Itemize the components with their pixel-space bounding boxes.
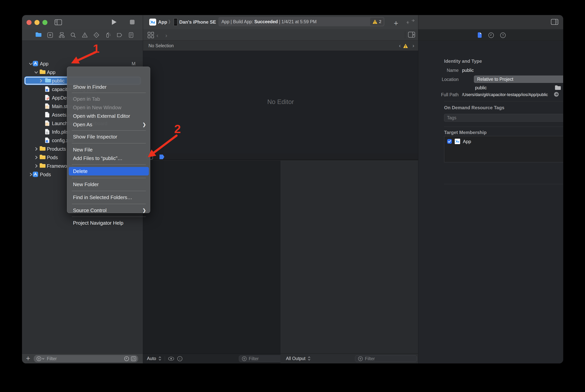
issue-prev-chevron-icon[interactable]: ‹: [399, 42, 401, 49]
forward-chevron-icon[interactable]: ›: [165, 32, 167, 39]
console-view[interactable]: [280, 160, 418, 354]
run-button[interactable]: [111, 19, 117, 25]
activity-status[interactable]: App | Build App: Succeeded | 1/4/21 at 5…: [218, 17, 384, 26]
library-plus-icon[interactable]: +: [394, 19, 398, 28]
disclosure-right-icon[interactable]: [39, 79, 43, 83]
file-icon: [45, 95, 51, 101]
editor-inspector-divider[interactable]: [418, 15, 418, 363]
location-popup[interactable]: Relative to Project: [474, 76, 563, 83]
stop-button[interactable]: [130, 20, 135, 24]
menu-item-source-control[interactable]: Source Control❯: [67, 206, 150, 214]
target-checkbox[interactable]: [447, 139, 452, 144]
location-value: Relative to Project: [477, 77, 513, 82]
disclosure-down-icon[interactable]: [29, 62, 33, 66]
target-membership-list[interactable]: App: [444, 136, 563, 162]
jump-bar-text[interactable]: No Selection: [148, 43, 174, 48]
console-bottom-bar: All Output Filter: [280, 354, 418, 363]
menu-item-add-files-to-public[interactable]: Add Files to “public”…: [67, 154, 150, 162]
choose-folder-icon[interactable]: [555, 85, 561, 90]
find-navigator-icon[interactable]: [70, 32, 76, 38]
menu-item-new-file[interactable]: New File: [67, 146, 150, 154]
menu-item-delete[interactable]: Delete: [69, 167, 149, 176]
svg-text:J: J: [46, 89, 47, 92]
xcode-window: App 〉 Dan's iPhone SE App | Build App: S…: [22, 15, 563, 363]
folder-icon: [39, 163, 46, 169]
breakpoints-toggle-icon[interactable]: [159, 154, 165, 160]
disclosure-right-icon[interactable]: [29, 172, 33, 177]
source-control-navigator-icon[interactable]: [47, 32, 53, 38]
menu-item-open-as[interactable]: Open As❯: [67, 120, 150, 129]
file-name: public: [52, 78, 64, 84]
add-item-plus-icon[interactable]: +: [26, 354, 30, 362]
scm-filter-icon[interactable]: [131, 356, 136, 362]
report-navigator-icon[interactable]: [128, 32, 134, 38]
variables-view[interactable]: [143, 160, 280, 354]
disclosure-right-icon[interactable]: [34, 155, 38, 160]
disclosure-down-icon[interactable]: [34, 70, 38, 74]
target-name: App: [463, 139, 471, 144]
editor-jump-bar: No Selection ‹ ›: [143, 41, 418, 51]
related-items-icon[interactable]: [147, 32, 154, 38]
file-icon: [45, 129, 51, 135]
variables-scope-popup[interactable]: Auto: [147, 356, 161, 361]
name-value[interactable]: public: [462, 68, 474, 73]
menu-item-show-in-finder[interactable]: Show in Finder: [67, 83, 150, 91]
disclosure-right-icon[interactable]: [34, 164, 38, 168]
breakpoint-navigator-icon[interactable]: [116, 32, 122, 38]
info-icon[interactable]: i: [177, 356, 182, 362]
menu-item-find-in-selected-folders[interactable]: Find in Selected Folders…: [67, 193, 150, 202]
file-icon: J: [45, 86, 51, 92]
navigator-filter-field[interactable]: Filter: [34, 355, 138, 362]
issue-navigator-icon[interactable]: [82, 32, 88, 38]
file-inspector-tab-icon[interactable]: [477, 32, 482, 38]
odr-tags-field[interactable]: Tags: [444, 114, 563, 122]
goto-path-arrow-icon[interactable]: [554, 92, 559, 97]
annotation-step-1: 1: [93, 42, 99, 56]
identity-header: Identity and Type: [444, 58, 482, 64]
help-inspector-tab-icon[interactable]: ?: [500, 32, 506, 38]
history-inspector-tab-icon[interactable]: [488, 32, 494, 38]
svg-text:i: i: [179, 357, 180, 360]
console-scope-popup[interactable]: All Output: [286, 356, 311, 361]
menu-item-open-in-tab: Open in Tab: [67, 95, 150, 103]
file-icon: [45, 103, 51, 110]
debug-navigator-icon[interactable]: [105, 32, 111, 38]
jumpbar-warning-icon[interactable]: [403, 44, 408, 48]
recent-files-clock-icon[interactable]: [124, 356, 129, 362]
warning-count: 2: [379, 19, 381, 24]
menu-item-open-with-external-editor[interactable]: Open with External Editor: [67, 112, 150, 120]
menu-item-new-folder[interactable]: New Folder: [67, 180, 150, 189]
issue-next-chevron-icon[interactable]: ›: [413, 42, 414, 49]
name-label: Name: [432, 68, 459, 73]
view-mode-eye-icon[interactable]: [168, 356, 174, 361]
back-chevron-icon[interactable]: ‹: [156, 32, 158, 39]
disclosure-right-icon[interactable]: [34, 147, 38, 151]
odr-tags-placeholder: Tags: [447, 115, 457, 120]
submenu-chevron-icon: ❯: [142, 208, 146, 213]
project-icon: [32, 172, 39, 178]
scheme-app-icon[interactable]: [149, 18, 156, 26]
device-name[interactable]: Dan's iPhone SE: [179, 20, 216, 24]
menu-item-project-navigator-help[interactable]: Project Navigator Help: [67, 219, 150, 227]
add-editor-icon[interactable]: [408, 32, 415, 38]
editor-swap-icon: [406, 19, 415, 25]
file-name: Products: [47, 146, 66, 152]
test-navigator-icon[interactable]: [93, 32, 99, 38]
file-inspector-panel: Identity and Type Name public Location R…: [418, 41, 563, 363]
inspector-toggle-icon[interactable]: [551, 19, 558, 25]
menu-item-show-file-inspector[interactable]: Show File Inspector: [67, 132, 150, 141]
menu-separator: [72, 216, 146, 217]
project-navigator-icon[interactable]: [35, 32, 42, 37]
scheme-name[interactable]: App: [158, 20, 167, 24]
iphone-device-icon[interactable]: [174, 18, 177, 26]
sidebar-toggle-icon[interactable]: [54, 19, 62, 25]
warning-counter[interactable]: 2: [370, 18, 384, 26]
console-filter-field[interactable]: Filter: [355, 356, 417, 362]
minimize-button[interactable]: [34, 20, 39, 25]
zoom-button[interactable]: [42, 20, 47, 25]
project-icon: [32, 60, 39, 67]
folder-icon: [39, 69, 46, 75]
symbol-navigator-icon[interactable]: [59, 32, 65, 38]
menu-separator: [72, 164, 146, 165]
close-button[interactable]: [26, 20, 31, 25]
